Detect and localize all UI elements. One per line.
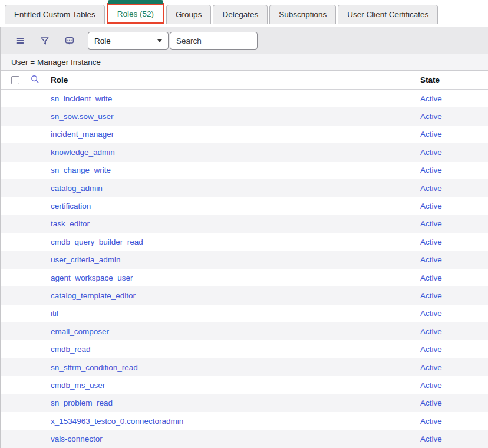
role-link[interactable]: sn_incident_write	[51, 94, 112, 103]
table-row: x_1534963_testco_0.connectoradmin Active	[1, 412, 488, 430]
column-header-role[interactable]: Role	[51, 75, 420, 84]
state-link[interactable]: Active	[420, 274, 442, 282]
table-row: cmdb_ms_user Active	[1, 376, 488, 394]
table-row: cmdb_query_builder_read Active	[1, 233, 488, 251]
table-row: user_criteria_admin Active	[1, 251, 488, 269]
state-link[interactable]: Active	[420, 148, 442, 157]
state-link[interactable]: Active	[420, 184, 442, 193]
role-link[interactable]: sn_problem_read	[51, 398, 113, 407]
tab-label: User Client Certificates	[347, 10, 428, 19]
state-link[interactable]: Active	[420, 238, 442, 246]
table-body: sn_incident_write Active sn_sow.sow_user…	[1, 90, 488, 448]
list-toolbar: Role	[1, 27, 488, 54]
role-link[interactable]: cmdb_query_builder_read	[51, 238, 143, 246]
role-link[interactable]: task_editor	[51, 219, 90, 228]
table-row: catalog_admin Active	[1, 179, 488, 197]
table-row: certification Active	[1, 197, 488, 215]
column-search-toggle[interactable]	[27, 73, 42, 88]
table-row: task_editor Active	[1, 215, 488, 233]
role-link[interactable]: cmdb_ms_user	[51, 381, 105, 390]
search-column-value: Role	[94, 37, 157, 45]
tab-entitled-custom-tables[interactable]: Entitled Custom Tables	[5, 5, 105, 24]
role-link[interactable]: sn_change_write	[51, 166, 111, 174]
role-link[interactable]: incident_manager	[51, 130, 114, 139]
state-link[interactable]: Active	[420, 381, 442, 390]
state-link[interactable]: Active	[420, 434, 442, 443]
state-link[interactable]: Active	[420, 345, 442, 354]
table-header-controls	[1, 73, 51, 88]
role-link[interactable]: catalog_admin	[51, 184, 103, 193]
state-link[interactable]: Active	[420, 398, 442, 407]
tab-label: Subscriptions	[279, 10, 327, 19]
tab-bar: Entitled Custom Tables Roles (52) Groups…	[0, 0, 488, 27]
role-link[interactable]: x_1534963_testco_0.connectoradmin	[51, 417, 183, 426]
state-link[interactable]: Active	[420, 166, 442, 174]
table-row: knowledge_admin Active	[1, 143, 488, 161]
list-menu-icon	[15, 35, 25, 46]
table-row: sn_change_write Active	[1, 162, 488, 179]
search-input[interactable]	[170, 32, 258, 50]
filter-button[interactable]	[36, 32, 54, 50]
table-row: email_composer Active	[1, 322, 488, 340]
table-row: agent_workspace_user Active	[1, 269, 488, 286]
filter-breadcrumb[interactable]: User = Manager Instance	[1, 54, 488, 71]
state-link[interactable]: Active	[420, 291, 442, 300]
table-row: sn_problem_read Active	[1, 394, 488, 412]
table-row: itil Active	[1, 305, 488, 322]
role-link[interactable]: vais-connector	[51, 434, 103, 443]
role-link[interactable]: certification	[51, 202, 91, 210]
comment-bubble-icon	[64, 35, 75, 46]
table-row: vais-connector Active	[1, 430, 488, 447]
table-row: sn_sttrm_condition_read Active	[1, 358, 488, 376]
search-column-select[interactable]: Role	[88, 32, 169, 50]
table-row: sn_sow.sow_user Active	[1, 107, 488, 125]
filter-funnel-icon	[39, 35, 50, 46]
comment-button[interactable]	[61, 32, 78, 50]
table-header-row: Role State	[1, 71, 488, 90]
table-row: sn_incident_write Active	[1, 90, 488, 107]
tab-label: Entitled Custom Tables	[14, 10, 95, 19]
state-link[interactable]: Active	[420, 363, 442, 372]
tab-roles-52[interactable]: Roles (52)	[107, 3, 164, 24]
tab-user-client-certificates[interactable]: User Client Certificates	[338, 5, 438, 24]
state-link[interactable]: Active	[420, 112, 442, 121]
related-list-panel: Entitled Custom Tables Roles (52) Groups…	[0, 0, 488, 448]
role-link[interactable]: knowledge_admin	[51, 148, 115, 157]
role-link[interactable]: email_composer	[51, 327, 109, 336]
chevron-down-icon	[157, 39, 162, 42]
state-link[interactable]: Active	[420, 417, 442, 426]
table-row: catalog_template_editor Active	[1, 286, 488, 304]
select-all-checkbox[interactable]	[11, 76, 19, 84]
state-link[interactable]: Active	[420, 327, 442, 336]
tab-label: Delegates	[222, 10, 258, 19]
table-row: cmdb_read Active	[1, 340, 488, 358]
search-icon	[30, 74, 40, 86]
tab-groups[interactable]: Groups	[166, 5, 211, 24]
state-link[interactable]: Active	[420, 202, 442, 210]
list-menu-button[interactable]	[11, 32, 29, 50]
column-header-state[interactable]: State	[420, 75, 488, 84]
role-link[interactable]: sn_sttrm_condition_read	[51, 363, 138, 372]
tab-label: Groups	[176, 10, 202, 19]
role-link[interactable]: agent_workspace_user	[51, 274, 133, 282]
state-link[interactable]: Active	[420, 219, 442, 228]
state-link[interactable]: Active	[420, 255, 442, 264]
role-link[interactable]: catalog_template_editor	[51, 291, 136, 300]
tab-label: Roles (52)	[117, 9, 154, 18]
state-link[interactable]: Active	[420, 130, 442, 139]
tab-delegates[interactable]: Delegates	[213, 5, 268, 24]
state-link[interactable]: Active	[420, 309, 442, 318]
state-link[interactable]: Active	[420, 94, 442, 103]
list-pane: Role User = Manager Instance	[0, 27, 488, 448]
role-link[interactable]: itil	[51, 309, 58, 318]
role-link[interactable]: cmdb_read	[51, 345, 91, 354]
role-link[interactable]: sn_sow.sow_user	[51, 112, 114, 121]
tab-subscriptions[interactable]: Subscriptions	[269, 5, 336, 24]
table-row: incident_manager Active	[1, 126, 488, 143]
role-link[interactable]: user_criteria_admin	[51, 255, 121, 264]
filter-breadcrumb-text: User = Manager Instance	[11, 58, 101, 67]
